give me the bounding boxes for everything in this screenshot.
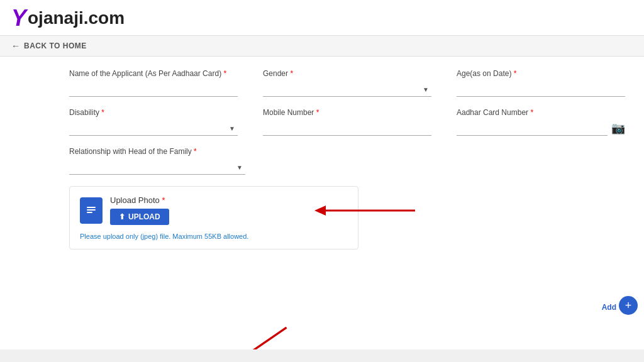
field-mobile: Mobile Number * — [263, 108, 431, 136]
svg-rect-4 — [87, 209, 96, 211]
form-row-2: Disability * Yes No ▼ Mobile Number * Aa… — [69, 108, 625, 136]
disability-select[interactable]: Yes No — [69, 121, 238, 136]
required-star: * — [223, 69, 226, 78]
gender-select-wrapper: Male Female Other ▼ — [263, 82, 431, 97]
field-name-label: Name of the Applicant (As Per Aadhaar Ca… — [69, 69, 238, 78]
field-gender: Gender * Male Female Other ▼ — [263, 69, 431, 97]
relationship-select[interactable]: Self Spouse Son Daughter Other — [69, 160, 245, 175]
relationship-select-wrapper: Self Spouse Son Daughter Other ▼ — [69, 160, 245, 175]
required-star-mobile: * — [316, 108, 319, 117]
aadhar-input[interactable] — [457, 121, 608, 136]
required-star-age: * — [514, 69, 517, 78]
required-star-disability: * — [101, 108, 104, 117]
document-icon — [80, 197, 103, 224]
age-input[interactable] — [457, 82, 625, 97]
field-disability-label: Disability * — [69, 108, 238, 117]
form-row-1: Name of the Applicant (As Per Aadhaar Ca… — [69, 69, 625, 97]
field-gender-label: Gender * — [263, 69, 431, 78]
aadhar-icon: 📷 — [611, 121, 625, 135]
field-name: Name of the Applicant (As Per Aadhaar Ca… — [69, 69, 238, 97]
field-aadhar: Aadhar Card Number * 📷 — [457, 108, 625, 136]
upload-section: Upload Photo * ⬆ UPLOAD Please upload on… — [69, 186, 358, 250]
mobile-input[interactable] — [263, 121, 431, 136]
form-container: Name of the Applicant (As Per Aadhaar Ca… — [0, 57, 644, 349]
form-row-3: Relationship with Head of the Family * S… — [69, 147, 625, 175]
required-star-gender: * — [290, 69, 293, 78]
upload-title: Upload Photo * — [110, 195, 169, 205]
logo-y-letter: Y — [11, 5, 26, 31]
field-mobile-label: Mobile Number * — [263, 108, 431, 117]
annotation-arrow-down — [189, 321, 314, 349]
field-relationship-label: Relationship with Head of the Family * — [69, 147, 245, 156]
name-input[interactable] — [69, 82, 238, 97]
field-aadhar-label: Aadhar Card Number * — [457, 108, 625, 117]
logo-text: ojanaji.com — [28, 8, 125, 28]
back-to-home-label[interactable]: BACK TO HOME — [24, 41, 87, 50]
required-star-aadhar: * — [530, 108, 533, 117]
required-star-relationship: * — [194, 147, 197, 156]
svg-line-6 — [231, 327, 287, 349]
add-label: Add — [602, 303, 616, 312]
field-age: Age(as on Date) * — [457, 69, 625, 97]
upload-icon: ⬆ — [119, 212, 125, 221]
disability-select-wrapper: Yes No ▼ — [69, 121, 238, 136]
add-button[interactable]: + — [619, 296, 638, 315]
upload-button[interactable]: ⬆ UPLOAD — [110, 209, 169, 225]
field-relationship: Relationship with Head of the Family * S… — [69, 147, 245, 175]
field-age-label: Age(as on Date) * — [457, 69, 625, 78]
back-arrow-icon[interactable]: ← — [11, 41, 20, 51]
header: Y ojanaji.com — [0, 0, 644, 36]
upload-required-star: * — [162, 195, 165, 205]
navbar: ← BACK TO HOME — [0, 36, 644, 57]
upload-header: Upload Photo * ⬆ UPLOAD — [80, 195, 348, 225]
field-disability: Disability * Yes No ▼ — [69, 108, 238, 136]
gender-select[interactable]: Male Female Other — [263, 82, 431, 97]
svg-rect-5 — [87, 212, 92, 213]
upload-note: Please upload only (jpeg) file. Maximum … — [80, 233, 348, 240]
svg-rect-3 — [87, 207, 96, 208]
